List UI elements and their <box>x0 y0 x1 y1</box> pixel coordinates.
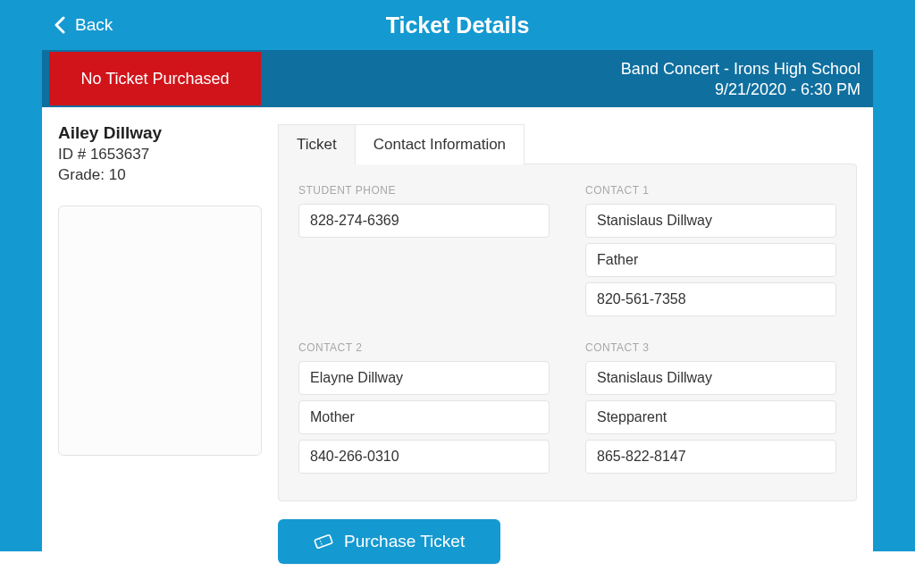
event-datetime: 9/21/2020 - 6:30 PM <box>621 80 860 100</box>
event-info: Band Concert - Irons High School 9/21/20… <box>621 50 873 107</box>
contact1-name: Stanislaus Dillway <box>585 204 836 238</box>
student-id: ID # 1653637 <box>58 145 262 165</box>
svg-line-1 <box>319 538 322 546</box>
tab-ticket[interactable]: Ticket <box>278 124 356 164</box>
back-label: Back <box>75 15 113 35</box>
student-photo-placeholder <box>58 206 262 456</box>
contact3-block: CONTACT 3 Stanislaus Dillway Stepparent … <box>585 341 836 474</box>
ticket-status-badge: No Ticket Purchased <box>49 52 261 105</box>
event-name: Band Concert - Irons High School <box>621 59 860 80</box>
student-phone-block: STUDENT PHONE 828-274-6369 <box>298 184 550 316</box>
student-phone-value: 828-274-6369 <box>298 204 550 238</box>
chevron-left-icon <box>54 16 66 34</box>
contact1-phone: 820-561-7358 <box>585 282 836 316</box>
contact2-phone: 840-266-0310 <box>298 440 550 474</box>
tab-content-contact: STUDENT PHONE 828-274-6369 CONTACT 1 Sta… <box>278 164 857 501</box>
contact3-phone: 865-822-8147 <box>585 440 836 474</box>
student-name: Ailey Dillway <box>58 123 262 143</box>
purchase-ticket-button[interactable]: Purchase Ticket <box>278 519 500 564</box>
contact2-label: CONTACT 2 <box>298 341 550 354</box>
page-title: Ticket Details <box>0 13 915 38</box>
contact1-block: CONTACT 1 Stanislaus Dillway Father 820-… <box>585 184 836 316</box>
contact1-label: CONTACT 1 <box>585 184 836 197</box>
event-bar: No Ticket Purchased Band Concert - Irons… <box>42 50 873 107</box>
ticket-icon <box>314 533 333 550</box>
back-button[interactable]: Back <box>54 15 113 35</box>
svg-rect-0 <box>315 534 332 549</box>
contact3-relation: Stepparent <box>585 400 836 434</box>
contact1-relation: Father <box>585 243 836 277</box>
contact2-name: Elayne Dillway <box>298 361 550 395</box>
student-phone-label: STUDENT PHONE <box>298 184 550 197</box>
contact3-label: CONTACT 3 <box>585 341 836 354</box>
purchase-ticket-label: Purchase Ticket <box>344 532 465 551</box>
tab-contact-information[interactable]: Contact Information <box>356 124 525 164</box>
contact2-block: CONTACT 2 Elayne Dillway Mother 840-266-… <box>298 341 550 474</box>
contact2-relation: Mother <box>298 400 550 434</box>
student-grade: Grade: 10 <box>58 165 262 186</box>
contact3-name: Stanislaus Dillway <box>585 361 836 395</box>
